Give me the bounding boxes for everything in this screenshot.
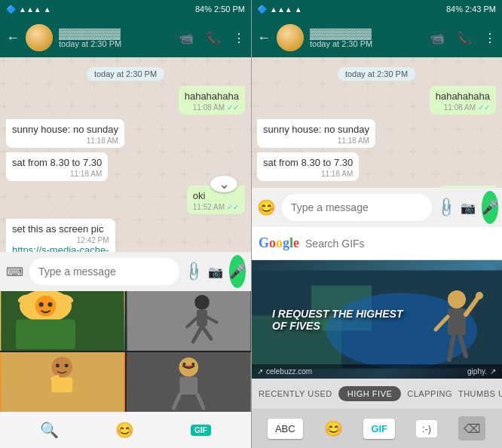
video-call-icon[interactable]: 📹 bbox=[430, 31, 445, 45]
bluetooth-icon: 🔷 bbox=[6, 5, 17, 14]
emoji-key[interactable]: 😊 bbox=[324, 419, 343, 437]
svg-point-26 bbox=[191, 363, 194, 366]
message-received-3: set this as screen pic 12:42 PM https://… bbox=[6, 219, 115, 252]
left-chat-messages: today at 2:30 PM hahahahaha 11:08 AM ✓✓ … bbox=[0, 57, 251, 252]
message-received-1: sunny house: no sunday 11:18 AM bbox=[6, 119, 124, 148]
mic-button[interactable]: 🎤 bbox=[482, 191, 498, 224]
gif-grid bbox=[0, 291, 251, 412]
message-input[interactable] bbox=[29, 258, 179, 285]
mic-icon: 🎤 bbox=[482, 199, 498, 216]
message-text: set this as screen pic bbox=[12, 223, 103, 235]
message-link[interactable]: https://s-media-cache- bbox=[12, 244, 109, 252]
gif-search-input[interactable] bbox=[305, 238, 494, 250]
abc-key[interactable]: ABC bbox=[268, 419, 303, 439]
smiley-key[interactable]: :-) bbox=[416, 420, 437, 437]
message-sent-1: hahahahaha 11:08 AM ✓✓ bbox=[179, 86, 245, 115]
time-text: 2:50 PM bbox=[214, 5, 245, 14]
svg-rect-3 bbox=[16, 320, 75, 350]
message-ticks: ✓✓ bbox=[227, 103, 239, 112]
message-text: sunny house: no sunday bbox=[12, 124, 118, 135]
gif-cell-4[interactable] bbox=[127, 352, 252, 412]
more-options-icon[interactable]: ⋮ bbox=[484, 31, 496, 45]
right-chat-messages: today at 2:30 PM hahahahaha 11:08 AM ✓✓ … bbox=[251, 57, 502, 188]
link-text[interactable]: https://s-media-cache- bbox=[12, 244, 109, 252]
message-time: 11:08 AM bbox=[444, 103, 476, 112]
keyboard-icon[interactable]: ⌨ bbox=[6, 259, 23, 284]
right-status-bar: 🔷 ▲▲▲ ▲ 84% 2:43 PM bbox=[251, 0, 502, 18]
back-button[interactable]: ← bbox=[6, 30, 20, 46]
svg-rect-34 bbox=[448, 308, 466, 335]
gif-tags: RECENTLY USED HIGH FIVE CLAPPING THUMBS … bbox=[251, 379, 502, 409]
message-text: oki bbox=[193, 190, 206, 201]
left-bottom-bar: 🔍 😊 GIF bbox=[0, 412, 251, 448]
svg-line-39 bbox=[460, 335, 466, 356]
message-text: hahahahaha bbox=[185, 91, 239, 102]
message-sent-1: hahahahaha 11:08 AM ✓✓ bbox=[430, 86, 496, 115]
gif-preview[interactable]: I REQUEST THE HIGHEST OF FIVES ↗ celebuz… bbox=[251, 260, 502, 379]
right-panel: 🔷 ▲▲▲ ▲ 84% 2:43 PM ← ▓▓▓▓▓▓▓▓ today at … bbox=[251, 0, 502, 448]
message-meta: 12:42 PM bbox=[12, 236, 109, 244]
message-time: 11:18 AM bbox=[87, 137, 118, 145]
svg-point-4 bbox=[39, 302, 44, 307]
gif-key[interactable]: GIF bbox=[363, 419, 395, 439]
attach-icon[interactable]: 📎 bbox=[434, 195, 458, 219]
gif-tag-recently-used[interactable]: RECENTLY USED bbox=[259, 388, 332, 400]
gif-overlay-text: I REQUEST THE HIGHEST OF FIVES bbox=[266, 302, 417, 338]
mic-button[interactable]: 🎤 bbox=[229, 255, 246, 288]
right-input-area: 😊 📎 📷 🎤 bbox=[251, 188, 502, 227]
date-divider: today at 2:30 PM bbox=[6, 66, 245, 80]
contact-status: today at 2:30 PM bbox=[310, 39, 424, 48]
message-meta: 11:52 AM ✓✓ bbox=[193, 203, 239, 211]
video-call-icon[interactable]: 📹 bbox=[179, 31, 194, 45]
delete-key[interactable]: ⌫ bbox=[458, 416, 485, 440]
wifi-icon: ▲ bbox=[44, 5, 51, 14]
message-time: 12:42 PM bbox=[77, 236, 109, 244]
emoji-icon[interactable]: 😊 bbox=[257, 195, 276, 219]
source-right: giphy. ↗ bbox=[467, 367, 496, 376]
camera-icon[interactable]: 📷 bbox=[208, 265, 223, 279]
scroll-down-button[interactable]: ⌄ bbox=[210, 176, 237, 192]
bluetooth-icon: 🔷 bbox=[257, 5, 268, 14]
signal-icon: ▲▲▲ bbox=[270, 5, 292, 14]
back-button[interactable]: ← bbox=[257, 30, 271, 46]
gif-source-bar: ↗ celebuzz.com giphy. ↗ bbox=[251, 364, 502, 379]
message-meta: 11:18 AM bbox=[12, 170, 102, 178]
gif-tag-thumbs-up[interactable]: THUMBS UP bbox=[458, 388, 502, 400]
signal-icon: ▲▲▲ bbox=[19, 5, 41, 14]
chevron-down-icon: ⌄ bbox=[219, 176, 230, 192]
wifi-icon: ▲ bbox=[295, 5, 302, 14]
right-chat-header: ← ▓▓▓▓▓▓▓▓ today at 2:30 PM 📹 📞 ⋮ bbox=[251, 18, 502, 57]
message-input[interactable] bbox=[282, 194, 432, 221]
phone-call-icon[interactable]: 📞 bbox=[206, 31, 221, 45]
contact-name: ▓▓▓▓▓▓▓▓ bbox=[310, 27, 424, 39]
gif-tag-clapping[interactable]: CLAPPING bbox=[407, 388, 452, 400]
message-time: 11:18 AM bbox=[338, 137, 369, 145]
svg-line-38 bbox=[449, 335, 454, 360]
battery-text: 84% bbox=[446, 5, 463, 14]
message-meta: 11:08 AM ✓✓ bbox=[436, 103, 490, 112]
gif-cell-1[interactable] bbox=[0, 291, 125, 351]
gif-tag-high-five[interactable]: HIGH FIVE bbox=[338, 386, 402, 401]
message-received-2: sat from 8.30 to 7.30 11:18 AM bbox=[257, 152, 359, 181]
more-options-icon[interactable]: ⋮ bbox=[233, 31, 245, 45]
camera-icon[interactable]: 📷 bbox=[461, 201, 476, 215]
message-meta: 11:18 AM bbox=[263, 137, 369, 145]
keyboard-bottom: ABC 😊 GIF :-) ⌫ bbox=[251, 409, 502, 448]
svg-line-37 bbox=[436, 317, 448, 330]
phone-call-icon[interactable]: 📞 bbox=[457, 31, 472, 45]
gif-cell-3[interactable] bbox=[0, 352, 125, 412]
message-text: sunny house: no sunday bbox=[263, 124, 369, 135]
emoji-icon[interactable]: 😊 bbox=[115, 421, 134, 439]
gif-button[interactable]: GIF bbox=[191, 425, 211, 436]
left-chat-header: ← ▓▓▓▓▓▓▓▓ today at 2:30 PM 📹 📞 ⋮ bbox=[0, 18, 251, 57]
gif-cell-2[interactable] bbox=[127, 291, 252, 351]
search-icon[interactable]: 🔍 bbox=[40, 421, 59, 439]
attach-icon[interactable]: 📎 bbox=[182, 259, 205, 283]
message-text: sat from 8.30 to 7.30 bbox=[263, 157, 353, 168]
delete-icon: ⌫ bbox=[464, 422, 481, 436]
svg-rect-24 bbox=[179, 377, 197, 395]
avatar-image bbox=[277, 24, 304, 51]
message-time: 11:18 AM bbox=[321, 170, 353, 178]
message-meta: 11:18 AM bbox=[12, 137, 118, 145]
google-logo: Google bbox=[259, 235, 299, 251]
